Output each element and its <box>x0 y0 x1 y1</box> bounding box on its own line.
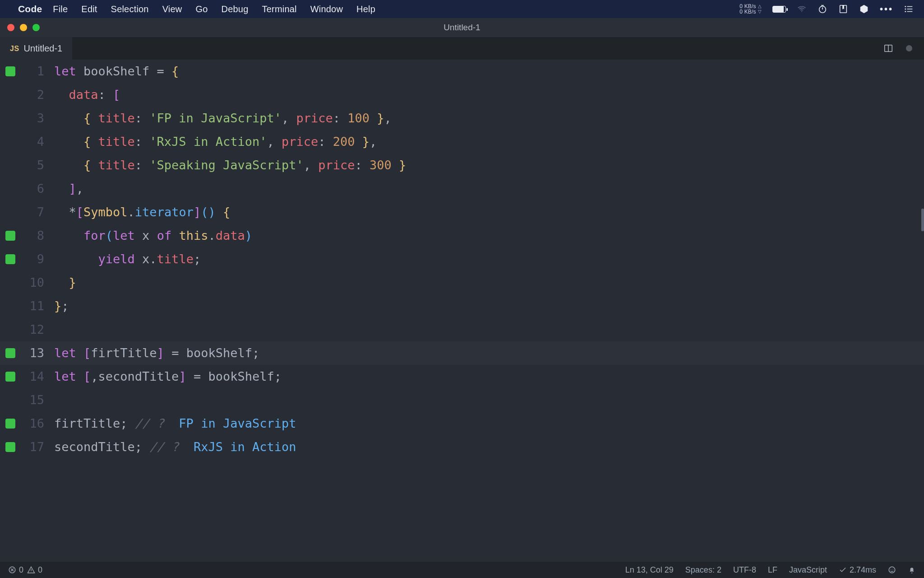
menu-edit[interactable]: Edit <box>81 4 97 14</box>
status-indent[interactable]: Spaces: 2 <box>685 565 721 575</box>
code-line[interactable]: 9 yield x.title; <box>0 247 924 271</box>
code-line[interactable]: 15 <box>0 388 924 412</box>
line-number: 13 <box>29 341 44 365</box>
gutter[interactable]: 1 <box>0 60 54 83</box>
line-number: 2 <box>37 83 44 107</box>
gutter-live-marker-icon <box>5 348 15 358</box>
gutter[interactable]: 17 <box>0 435 54 459</box>
split-editor-icon[interactable] <box>883 43 893 53</box>
menu-terminal[interactable]: Terminal <box>262 4 297 14</box>
code-content[interactable]: let bookShelf = { <box>54 60 179 83</box>
editor-tab[interactable]: JS Untitled-1 <box>0 37 72 60</box>
code-line[interactable]: 17secondTitle; // ? RxJS in Action <box>0 435 924 459</box>
line-number: 8 <box>37 224 44 247</box>
gutter-live-marker-icon <box>5 254 15 264</box>
gutter-live-marker-icon <box>5 66 15 76</box>
line-number: 15 <box>29 388 44 412</box>
line-number: 7 <box>37 200 44 224</box>
status-errors[interactable]: 0 <box>8 565 23 575</box>
code-line[interactable]: 14let [,secondTitle] = bookShelf; <box>0 365 924 388</box>
window-titlebar[interactable]: Untitled-1 <box>0 18 924 37</box>
gutter[interactable]: 12 <box>0 318 54 341</box>
gutter[interactable]: 4 <box>0 130 54 154</box>
gutter[interactable]: 9 <box>0 247 54 271</box>
code-content[interactable]: yield x.title; <box>54 247 201 271</box>
window-minimize-button[interactable] <box>20 24 27 31</box>
network-stats-icon[interactable]: 0 KB/s△ 0 KB/s▽ <box>739 4 762 14</box>
gutter[interactable]: 14 <box>0 365 54 388</box>
status-encoding[interactable]: UTF-8 <box>733 565 756 575</box>
menu-window[interactable]: Window <box>310 4 343 14</box>
code-content[interactable]: ], <box>54 177 83 200</box>
line-number: 5 <box>37 154 44 177</box>
status-warnings[interactable]: 0 <box>27 565 42 575</box>
code-line[interactable]: 13let [firtTitle] = bookShelf; <box>0 341 924 365</box>
code-line[interactable]: 7 *[Symbol.iterator]() { <box>0 200 924 224</box>
status-cursor[interactable]: Ln 13, Col 29 <box>625 565 674 575</box>
code-content[interactable]: let [firtTitle] = bookShelf; <box>54 341 259 365</box>
cube-icon[interactable] <box>859 4 869 14</box>
line-number: 4 <box>37 130 44 154</box>
gutter[interactable]: 3 <box>0 107 54 130</box>
app-name[interactable]: Code <box>18 4 42 14</box>
window-close-button[interactable] <box>7 24 14 31</box>
menu-help[interactable]: Help <box>356 4 375 14</box>
status-eol[interactable]: LF <box>768 565 777 575</box>
code-line[interactable]: 5 { title: 'Speaking JavaScript', price:… <box>0 154 924 177</box>
list-icon[interactable] <box>904 4 914 14</box>
tab-dirty-indicator-icon[interactable] <box>906 45 912 51</box>
battery-icon[interactable] <box>772 6 786 13</box>
window-zoom-button[interactable] <box>32 24 40 31</box>
tray-overflow-icon[interactable]: ••• <box>880 4 893 14</box>
menu-file[interactable]: File <box>53 4 68 14</box>
status-quokka-time[interactable]: 2.74ms <box>839 565 876 575</box>
code-line[interactable]: 1let bookShelf = { <box>0 60 924 83</box>
gutter[interactable]: 7 <box>0 200 54 224</box>
code-line[interactable]: 16firtTitle; // ? FP in JavaScript <box>0 412 924 435</box>
menu-go[interactable]: Go <box>195 4 208 14</box>
gutter[interactable]: 13 <box>0 341 54 365</box>
bookmark-icon[interactable] <box>838 4 848 14</box>
gutter[interactable]: 5 <box>0 154 54 177</box>
code-line[interactable]: 12 <box>0 318 924 341</box>
code-content[interactable]: *[Symbol.iterator]() { <box>54 200 230 224</box>
menu-selection[interactable]: Selection <box>111 4 149 14</box>
wifi-icon[interactable] <box>797 4 807 14</box>
line-number: 1 <box>37 60 44 83</box>
notifications-bell-icon[interactable] <box>908 566 916 574</box>
gutter[interactable]: 11 <box>0 294 54 318</box>
code-line[interactable]: 11}; <box>0 294 924 318</box>
gutter[interactable]: 6 <box>0 177 54 200</box>
code-line[interactable]: 10 } <box>0 271 924 294</box>
gutter[interactable]: 8 <box>0 224 54 247</box>
code-editor[interactable]: 1let bookShelf = {2 data: [3 { title: 'F… <box>0 60 924 562</box>
code-content[interactable]: { title: 'Speaking JavaScript', price: 3… <box>54 154 406 177</box>
code-content[interactable]: let [,secondTitle] = bookShelf; <box>54 365 282 388</box>
code-content[interactable]: { title: 'RxJS in Action', price: 200 }, <box>54 130 377 154</box>
feedback-smiley-icon[interactable] <box>888 566 896 574</box>
window-title: Untitled-1 <box>444 23 480 33</box>
status-language[interactable]: JavaScript <box>789 565 827 575</box>
code-content[interactable]: } <box>54 271 76 294</box>
overview-ruler[interactable] <box>921 209 924 231</box>
code-content[interactable]: secondTitle; // ? RxJS in Action <box>54 435 296 459</box>
code-line[interactable]: 6 ], <box>0 177 924 200</box>
code-line[interactable]: 8 for(let x of this.data) <box>0 224 924 247</box>
line-number: 10 <box>29 271 44 294</box>
code-line[interactable]: 3 { title: 'FP in JavaScript', price: 10… <box>0 107 924 130</box>
gutter[interactable]: 10 <box>0 271 54 294</box>
code-content[interactable]: firtTitle; // ? FP in JavaScript <box>54 412 296 435</box>
code-content[interactable]: for(let x of this.data) <box>54 224 252 247</box>
gutter[interactable]: 16 <box>0 412 54 435</box>
timer-icon[interactable] <box>818 4 827 14</box>
code-line[interactable]: 2 data: [ <box>0 83 924 107</box>
svg-point-5 <box>905 11 906 12</box>
code-line[interactable]: 4 { title: 'RxJS in Action', price: 200 … <box>0 130 924 154</box>
menu-view[interactable]: View <box>162 4 182 14</box>
code-content[interactable]: { title: 'FP in JavaScript', price: 100 … <box>54 107 392 130</box>
gutter[interactable]: 2 <box>0 83 54 107</box>
code-content[interactable]: }; <box>54 294 69 318</box>
gutter[interactable]: 15 <box>0 388 54 412</box>
menu-debug[interactable]: Debug <box>222 4 249 14</box>
code-content[interactable]: data: [ <box>54 83 120 107</box>
